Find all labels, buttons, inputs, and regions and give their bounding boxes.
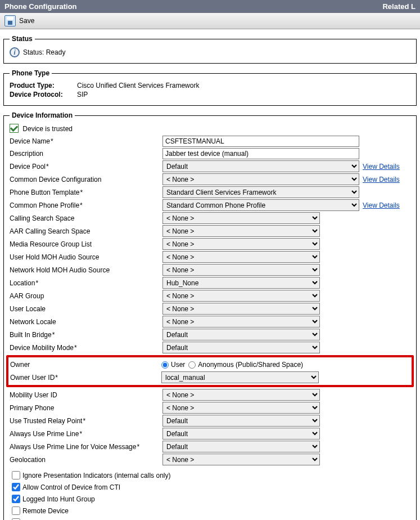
save-button[interactable]: Save	[19, 17, 34, 25]
phone-type-legend: Phone Type	[10, 69, 52, 77]
dmm-select[interactable]: Default	[162, 342, 320, 353]
common-dev-cfg-view-details[interactable]: View Details	[363, 176, 400, 183]
net-locale-select[interactable]: < None >	[162, 316, 320, 328]
device-name-input[interactable]	[162, 136, 359, 147]
pbt-label: Phone Button Template	[10, 189, 162, 196]
description-input[interactable]	[162, 148, 359, 159]
aar-css-select[interactable]: < None >	[162, 225, 320, 237]
dmm-label: Device Mobility Mode	[10, 344, 162, 352]
css-select[interactable]: < None >	[162, 212, 320, 224]
logged-hunt-label: Logged Into Hunt Group	[22, 495, 95, 503]
device-protocol-label: Device Protocol:	[10, 91, 77, 98]
owner-highlight: Owner User Anonymous (Public/Shared Spac…	[6, 355, 414, 387]
user-moh-label: User Hold MOH Audio Source	[10, 253, 162, 261]
allow-cti-label: Allow Control of Device from CTI	[22, 483, 120, 491]
titlebar: Phone Configuration Related L	[0, 0, 420, 13]
device-name-label: Device Name	[10, 137, 162, 145]
remote-dev-label: Remote Device	[22, 507, 69, 515]
device-info-fieldset: Device Information Device is trusted Dev…	[3, 111, 417, 520]
css-label: Calling Search Space	[10, 214, 162, 222]
logged-hunt-checkbox[interactable]	[12, 495, 20, 503]
primary-phone-label: Primary Phone	[10, 404, 162, 412]
trusted-check-icon	[10, 124, 19, 133]
owner-anon-radio[interactable]	[188, 361, 196, 369]
utrp-label: Use Trusted Relay Point	[10, 417, 162, 425]
location-select[interactable]: Hub_None	[162, 277, 320, 289]
geolocation-select[interactable]: < None >	[162, 454, 320, 465]
phone-type-fieldset: Phone Type Product Type: Cisco Unified C…	[3, 69, 417, 106]
device-info-legend: Device Information	[10, 111, 75, 119]
ignore-pi-label: Ignore Presentation Indicators (internal…	[22, 472, 170, 479]
utrp-select[interactable]: Default	[162, 415, 320, 427]
mobility-uid-label: Mobility User ID	[10, 391, 162, 399]
toolbar: Save	[0, 13, 420, 29]
mobility-uid-select[interactable]: < None >	[162, 389, 320, 401]
user-locale-label: User Locale	[10, 305, 162, 313]
owner-label: Owner	[10, 361, 161, 369]
owner-user-radio[interactable]	[161, 361, 169, 369]
allow-cti-checkbox[interactable]	[12, 483, 20, 491]
pbt-select[interactable]: Standard Client Services Framework	[162, 186, 359, 198]
device-pool-label: Device Pool	[10, 163, 162, 171]
ignore-pi-checkbox[interactable]	[12, 471, 20, 479]
aupl-select[interactable]: Default	[162, 428, 320, 440]
status-text: Status: Ready	[23, 48, 65, 56]
owner-uid-select[interactable]: local_manual	[161, 371, 319, 383]
bib-label: Built In Bridge	[10, 331, 162, 339]
geolocation-label: Geolocation	[10, 456, 162, 464]
owner-user-radio-label[interactable]: User	[161, 361, 185, 369]
aupl-label: Always Use Prime Line	[10, 430, 162, 438]
net-moh-select[interactable]: < None >	[162, 264, 320, 276]
aar-group-select[interactable]: < None >	[162, 290, 320, 302]
device-trusted-label: Device is trusted	[22, 125, 73, 133]
mrgl-label: Media Resource Group List	[10, 240, 162, 248]
primary-phone-select[interactable]: < None >	[162, 402, 320, 414]
device-protocol-value: SIP	[77, 91, 88, 98]
owner-anon-radio-label[interactable]: Anonymous (Public/Shared Space)	[188, 361, 303, 369]
bib-select[interactable]: Default	[162, 329, 320, 340]
description-label: Description	[10, 150, 162, 158]
mrgl-select[interactable]: < None >	[162, 238, 320, 250]
owner-uid-label: Owner User ID	[10, 374, 161, 382]
product-type-value: Cisco Unified Client Services Framework	[77, 82, 199, 89]
aar-css-label: AAR Calling Search Space	[10, 227, 162, 235]
product-type-label: Product Type:	[10, 82, 77, 89]
common-dev-cfg-label: Common Device Configuration	[10, 176, 162, 183]
auplvm-select[interactable]: Default	[162, 441, 320, 452]
status-fieldset: Status i Status: Ready	[3, 35, 417, 64]
save-icon[interactable]	[4, 15, 16, 26]
related-links[interactable]: Related L	[382, 2, 416, 11]
common-dev-cfg-select[interactable]: < None >	[162, 173, 359, 185]
device-pool-view-details[interactable]: View Details	[363, 163, 400, 171]
location-label: Location	[10, 279, 162, 287]
remote-dev-checkbox[interactable]	[12, 506, 20, 515]
aar-group-label: AAR Group	[10, 292, 162, 300]
status-legend: Status	[10, 35, 35, 43]
device-pool-select[interactable]: Default	[162, 160, 359, 172]
user-locale-select[interactable]: < None >	[162, 303, 320, 315]
cpp-select[interactable]: Standard Common Phone Profile	[162, 199, 359, 211]
net-moh-label: Network Hold MOH Audio Source	[10, 266, 162, 274]
net-locale-label: Network Locale	[10, 318, 162, 326]
cpp-view-details[interactable]: View Details	[363, 201, 400, 209]
auplvm-label: Always Use Prime Line for Voice Message	[10, 443, 162, 451]
user-moh-select[interactable]: < None >	[162, 251, 320, 263]
page-title: Phone Configuration	[4, 2, 77, 11]
info-icon: i	[10, 47, 20, 57]
cpp-label: Common Phone Profile	[10, 201, 162, 209]
